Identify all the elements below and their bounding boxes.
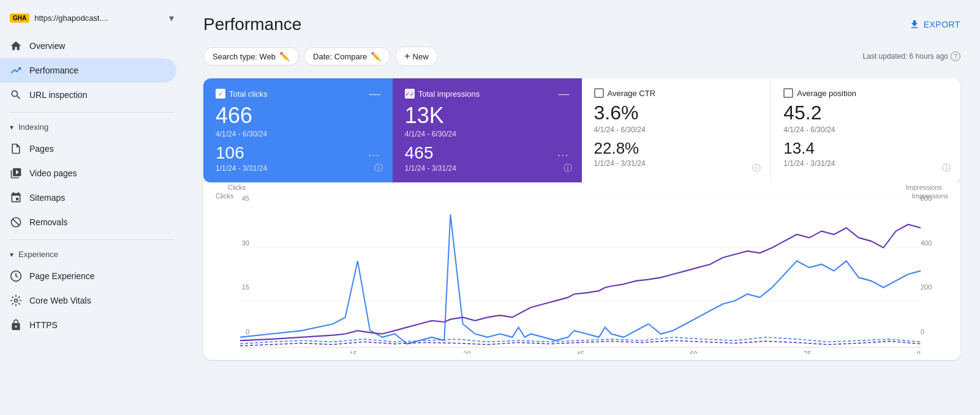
sidebar-item-https[interactable]: HTTPS bbox=[0, 313, 176, 337]
experience-collapse-icon: ▾ bbox=[10, 250, 13, 259]
experience-section-label: Experience bbox=[18, 250, 58, 259]
svg-text:60: 60 bbox=[690, 351, 697, 354]
export-label: EXPORT bbox=[924, 20, 960, 29]
avg-position-value: 45.2 bbox=[783, 102, 948, 124]
new-button[interactable]: + New bbox=[395, 47, 437, 66]
performance-chart: 15 30 45 60 75 90 bbox=[240, 195, 921, 354]
sidebar-item-performance[interactable]: Performance bbox=[0, 58, 176, 83]
total-impressions-checkbox[interactable]: ✓ bbox=[405, 89, 415, 99]
core-web-vitals-icon bbox=[10, 294, 22, 307]
date-filter[interactable]: Date: Compare ✏️ bbox=[304, 47, 390, 65]
experience-section-header[interactable]: ▾ Experience bbox=[0, 245, 184, 264]
total-impressions-date2: 1/1/24 - 3/31/24 bbox=[405, 164, 456, 173]
pages-icon bbox=[10, 143, 22, 155]
sidebar-label-overview: Overview bbox=[29, 41, 65, 51]
sidebar-item-removals[interactable]: Removals bbox=[0, 210, 176, 234]
home-icon bbox=[10, 40, 22, 52]
avg-ctr-label: Average CTR bbox=[608, 89, 656, 98]
avg-ctr-date1: 4/1/24 - 6/30/24 bbox=[594, 125, 759, 134]
sidebar-item-video-pages[interactable]: Video pages bbox=[0, 161, 176, 185]
avg-ctr-value: 3.6% bbox=[594, 102, 759, 124]
page-title: Performance bbox=[203, 15, 301, 34]
avg-ctr-date2: 1/1/24 - 3/31/24 bbox=[594, 159, 759, 168]
sidebar-item-url-inspection[interactable]: URL inspection bbox=[0, 83, 176, 107]
new-plus-icon: + bbox=[404, 51, 410, 62]
nav-divider-1 bbox=[10, 112, 174, 113]
total-clicks-date1: 4/1/24 - 6/30/24 bbox=[216, 130, 380, 138]
clicks-axis-label: Clicks bbox=[216, 192, 233, 200]
page-experience-icon bbox=[10, 270, 22, 282]
search-type-label: Search type: Web bbox=[213, 52, 276, 61]
avg-ctr-checkbox[interactable] bbox=[594, 88, 604, 98]
indexing-section-header[interactable]: ▾ Indexing bbox=[0, 118, 184, 136]
metric-card-avg-position[interactable]: Average position 45.2 4/1/24 - 6/30/24 1… bbox=[771, 78, 960, 182]
svg-text:30: 30 bbox=[463, 351, 470, 354]
avg-position-secondary: 13.4 bbox=[783, 139, 948, 158]
sidebar-label-pages: Pages bbox=[29, 144, 54, 154]
sidebar-label-https: HTTPS bbox=[29, 320, 58, 330]
total-clicks-secondary: 106 bbox=[216, 143, 267, 163]
sidebar-item-sitemaps[interactable]: Sitemaps bbox=[0, 185, 176, 210]
sidebar-label-url-inspection: URL inspection bbox=[29, 90, 87, 100]
sidebar-item-core-web-vitals[interactable]: Core Web Vitals bbox=[0, 288, 176, 313]
export-button[interactable]: EXPORT bbox=[909, 19, 960, 30]
svg-text:90: 90 bbox=[917, 351, 921, 354]
date-edit-icon: ✏️ bbox=[371, 51, 381, 61]
total-clicks-date2: 1/1/24 - 3/31/24 bbox=[216, 164, 267, 173]
metric-card-total-impressions[interactable]: ✓ Total impressions — 13K 4/1/24 - 6/30/… bbox=[393, 78, 582, 182]
y-axis-left: Clicks 45 30 15 0 bbox=[228, 195, 249, 335]
sidebar-item-overview[interactable]: Overview bbox=[0, 34, 176, 58]
avg-ctr-secondary: 22.8% bbox=[594, 139, 759, 158]
site-selector[interactable]: GHA https://ghapodcast.... ▾ bbox=[0, 7, 184, 34]
total-impressions-date1: 4/1/24 - 6/30/24 bbox=[405, 130, 570, 138]
sidebar-label-sitemaps: Sitemaps bbox=[29, 193, 65, 203]
removals-icon bbox=[10, 216, 22, 228]
sidebar-label-removals: Removals bbox=[29, 217, 67, 227]
site-url: https://ghapodcast.... bbox=[34, 13, 164, 23]
svg-point-1 bbox=[15, 299, 18, 302]
avg-position-label: Average position bbox=[797, 89, 856, 98]
site-chevron-icon: ▾ bbox=[169, 12, 174, 24]
total-impressions-minus-icon[interactable]: — bbox=[559, 88, 570, 99]
page-header: Performance EXPORT bbox=[203, 15, 960, 34]
avg-ctr-info-icon[interactable]: ⓘ bbox=[752, 163, 761, 174]
avg-position-info-icon[interactable]: ⓘ bbox=[942, 163, 951, 174]
metric-card-avg-ctr[interactable]: Average CTR 3.6% 4/1/24 - 6/30/24 22.8% … bbox=[582, 78, 772, 182]
sidebar-label-video-pages: Video pages bbox=[29, 168, 77, 178]
svg-text:75: 75 bbox=[804, 351, 811, 354]
chart-wrapper: Clicks 45 30 15 0 Impressions 600 400 20… bbox=[216, 195, 948, 354]
date-label: Date: Compare bbox=[313, 52, 367, 61]
svg-text:45: 45 bbox=[576, 351, 584, 354]
export-icon bbox=[909, 19, 920, 30]
total-clicks-checkbox[interactable] bbox=[216, 89, 225, 99]
total-impressions-info-icon[interactable]: ⓘ bbox=[564, 163, 572, 174]
y-axis-right: Impressions 600 400 200 0 bbox=[921, 195, 942, 335]
search-type-filter[interactable]: Search type: Web ✏️ bbox=[203, 47, 299, 65]
total-clicks-minus-icon[interactable]: — bbox=[369, 88, 380, 99]
avg-position-date2: 1/1/24 - 3/31/24 bbox=[783, 159, 948, 168]
total-impressions-value: 13K bbox=[405, 103, 570, 129]
total-clicks-info-icon[interactable]: ⓘ bbox=[374, 163, 383, 174]
avg-position-checkbox[interactable] bbox=[783, 88, 793, 98]
metric-card-total-clicks[interactable]: Total clicks — 466 4/1/24 - 6/30/24 106 … bbox=[203, 78, 393, 182]
total-impressions-dots-icon[interactable]: ··· bbox=[557, 150, 569, 161]
new-label: New bbox=[413, 52, 429, 61]
y-right-label: Impressions bbox=[906, 184, 942, 191]
last-updated: Last updated: 6 hours ago ? bbox=[863, 51, 960, 61]
toolbar: Search type: Web ✏️ Date: Compare ✏️ + N… bbox=[203, 47, 960, 66]
chart-container: Clicks 45 30 15 0 Impressions 600 400 20… bbox=[203, 182, 960, 360]
sitemap-icon bbox=[10, 192, 22, 204]
site-badge: GHA bbox=[10, 13, 29, 23]
total-clicks-label: Total clicks bbox=[229, 89, 268, 99]
y-left-label: Clicks bbox=[228, 184, 246, 191]
lock-icon bbox=[10, 319, 22, 331]
sidebar-item-pages[interactable]: Pages bbox=[0, 136, 176, 161]
search-icon bbox=[10, 89, 22, 101]
total-impressions-label: Total impressions bbox=[418, 89, 480, 99]
indexing-section-label: Indexing bbox=[18, 122, 48, 132]
total-clicks-dots-icon[interactable]: ··· bbox=[368, 150, 380, 161]
search-type-edit-icon: ✏️ bbox=[279, 51, 290, 61]
avg-position-date1: 4/1/24 - 6/30/24 bbox=[783, 125, 948, 134]
sidebar-label-performance: Performance bbox=[29, 65, 78, 75]
sidebar-item-page-experience[interactable]: Page Experience bbox=[0, 264, 176, 288]
